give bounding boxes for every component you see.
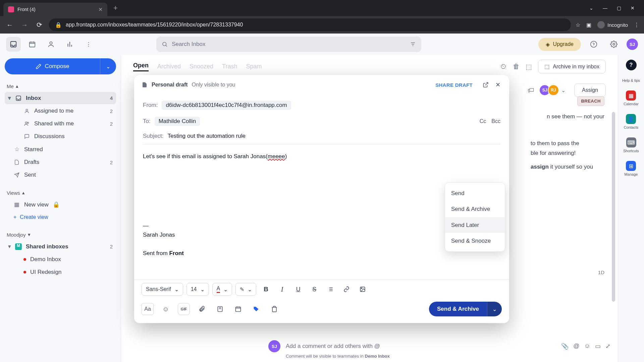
scrollbar-thumb[interactable] bbox=[612, 112, 615, 302]
from-value[interactable]: d6idw-dc6b813001f4ec10c7f4@in.frontapp.c… bbox=[162, 101, 291, 110]
bold-button[interactable]: B bbox=[260, 283, 272, 296]
send-dropdown-button[interactable]: ⌄ bbox=[487, 302, 502, 316]
browser-menu-icon[interactable]: ⋮ bbox=[634, 22, 639, 28]
bookmark-icon[interactable]: ☆ bbox=[576, 22, 580, 28]
user-avatar[interactable]: SJ bbox=[627, 39, 638, 50]
sidebar-item-discussions[interactable]: Discussions bbox=[5, 130, 116, 142]
more-nav-icon[interactable]: ⋮ bbox=[81, 37, 96, 52]
highlight-button[interactable]: ✎⌄ bbox=[235, 283, 256, 296]
breach-tag[interactable]: BREACH bbox=[577, 96, 604, 106]
contacts-nav-icon[interactable] bbox=[44, 37, 58, 52]
gif-icon[interactable]: ▭ bbox=[595, 343, 601, 350]
tab-trash[interactable]: Trash bbox=[222, 63, 237, 70]
close-window-icon[interactable]: ✕ bbox=[631, 5, 635, 11]
reload-button[interactable]: ⟳ bbox=[34, 21, 44, 29]
underline-button[interactable]: U bbox=[292, 283, 305, 296]
sidebar-item-drafts[interactable]: Drafts 2 bbox=[5, 156, 116, 168]
search-filter-icon[interactable] bbox=[410, 41, 416, 47]
send-archive-button[interactable]: Send & Archive bbox=[429, 302, 487, 316]
tag-button[interactable] bbox=[250, 303, 262, 315]
text-format-toggle[interactable]: Aa bbox=[142, 303, 154, 315]
font-select[interactable]: Sans-Serif⌄ bbox=[142, 283, 183, 296]
browser-tab[interactable]: Front (4) ✕ bbox=[3, 3, 107, 16]
sidebar-item-assigned[interactable]: Assigned to me 2 bbox=[5, 105, 116, 117]
expand-icon[interactable]: ⤢ bbox=[605, 343, 610, 350]
search-input[interactable]: Search Inbox bbox=[156, 37, 421, 52]
help-tips-button[interactable]: ? bbox=[626, 60, 637, 70]
upgrade-button[interactable]: ◈ Upgrade bbox=[538, 38, 581, 51]
rail-manage[interactable]: ⊞Manage bbox=[625, 161, 638, 176]
archive-action-icon[interactable]: ⬚ bbox=[526, 63, 532, 71]
template-button[interactable] bbox=[214, 303, 226, 315]
link-button[interactable] bbox=[340, 283, 353, 296]
analytics-nav-icon[interactable] bbox=[62, 37, 77, 52]
url-field[interactable]: 🔒 app.frontapp.com/inboxes/teammates/156… bbox=[49, 18, 571, 31]
rail-calendar[interactable]: ▦Calendar bbox=[624, 90, 639, 106]
strikethrough-button[interactable]: S bbox=[308, 283, 321, 296]
emoji-button[interactable]: ☺ bbox=[160, 303, 172, 315]
attach-icon[interactable]: 📎 bbox=[561, 343, 569, 350]
compose-body[interactable]: Let's see if this email is assigned to S… bbox=[134, 144, 509, 279]
tab-spam[interactable]: Spam bbox=[246, 63, 262, 70]
sidebar-item-ui-redesign[interactable]: UI Redesign bbox=[5, 266, 116, 278]
rail-shortcuts[interactable]: ⌨Shortcuts bbox=[623, 137, 639, 153]
subject-input[interactable]: Testing out the automation rule bbox=[167, 133, 245, 139]
maximize-icon[interactable]: ▢ bbox=[617, 5, 621, 11]
font-size-select[interactable]: 14⌄ bbox=[186, 283, 209, 296]
create-view-link[interactable]: + Create view bbox=[5, 212, 116, 223]
inbox-nav-icon[interactable] bbox=[6, 37, 21, 52]
bcc-button[interactable]: Bcc bbox=[491, 118, 500, 124]
incognito-badge[interactable]: Incognito bbox=[597, 21, 628, 28]
tab-close-icon[interactable]: ✕ bbox=[98, 6, 103, 13]
section-moodjoy[interactable]: Moodjoy ▾ bbox=[5, 230, 116, 240]
send-option-send[interactable]: Send bbox=[445, 185, 505, 201]
calendar-insert-button[interactable] bbox=[232, 303, 244, 315]
rail-contacts[interactable]: 👤Contacts bbox=[624, 114, 638, 129]
popout-icon[interactable] bbox=[481, 80, 490, 89]
send-option-send-later[interactable]: Send Later bbox=[445, 217, 505, 233]
sidebar-item-shared[interactable]: Shared with me 2 bbox=[5, 118, 116, 130]
sidebar-item-starred[interactable]: ☆ Starred bbox=[5, 143, 116, 156]
attach-button[interactable] bbox=[196, 303, 208, 315]
close-icon[interactable]: ✕ bbox=[494, 80, 502, 90]
settings-icon[interactable] bbox=[606, 37, 621, 52]
sidebar-item-shared-inboxes[interactable]: ▾ M Shared inboxes 2 bbox=[5, 240, 116, 253]
delete-draft-button[interactable] bbox=[268, 303, 280, 315]
tab-search-icon[interactable]: ⌄ bbox=[589, 5, 593, 11]
mention-icon[interactable]: @ bbox=[573, 343, 579, 350]
back-button[interactable]: ← bbox=[5, 21, 15, 29]
gif-button[interactable]: GIF bbox=[178, 303, 190, 315]
section-me[interactable]: Me ▴ bbox=[5, 81, 116, 91]
new-tab-button[interactable]: + bbox=[113, 4, 118, 12]
to-chip[interactable]: Mathilde Collin bbox=[155, 117, 200, 126]
cc-button[interactable]: Cc bbox=[480, 118, 486, 124]
tab-archived[interactable]: Archived bbox=[157, 63, 181, 70]
compose-dropdown[interactable]: ⌄ bbox=[100, 58, 116, 74]
send-option-send-snooze[interactable]: Send & Snooze bbox=[445, 233, 505, 249]
help-icon[interactable] bbox=[586, 37, 601, 52]
comment-input[interactable]: Add a comment or add others with @ bbox=[286, 343, 556, 350]
sidebar-item-new-view[interactable]: ▦ New view 🔒 bbox=[5, 198, 116, 211]
snooze-action-icon[interactable]: ⏲ bbox=[500, 63, 507, 70]
italic-button[interactable]: I bbox=[276, 283, 288, 296]
extensions-icon[interactable]: ▣ bbox=[586, 22, 591, 28]
assign-button[interactable]: Assign bbox=[574, 83, 606, 97]
sidebar-item-demo-inbox[interactable]: Demo Inbox bbox=[5, 253, 116, 265]
sidebar-item-inbox[interactable]: ▾ Inbox 4 bbox=[5, 92, 116, 104]
assignee-cluster[interactable]: SJ RJ ⌄ bbox=[539, 84, 566, 96]
share-draft-button[interactable]: SHARE DRAFT bbox=[435, 82, 473, 88]
archive-button[interactable]: ⬚ Archive in my inbox bbox=[538, 60, 606, 73]
image-button[interactable] bbox=[356, 283, 369, 296]
emoji-icon[interactable]: ☺ bbox=[584, 343, 590, 350]
tab-open[interactable]: Open bbox=[133, 62, 149, 71]
section-views[interactable]: Views ▴ bbox=[5, 188, 116, 198]
sidebar-item-sent[interactable]: Sent bbox=[5, 169, 116, 181]
tag-action-icon[interactable]: 🏷 bbox=[528, 86, 534, 94]
site-info-icon[interactable]: 🔒 bbox=[55, 22, 62, 28]
tab-snoozed[interactable]: Snoozed bbox=[190, 63, 213, 70]
text-color-button[interactable]: A⌄ bbox=[212, 283, 232, 296]
list-button[interactable] bbox=[324, 283, 337, 296]
send-option-send-archive[interactable]: Send & Archive bbox=[445, 201, 505, 217]
calendar-nav-icon[interactable] bbox=[25, 37, 40, 52]
minimize-icon[interactable]: — bbox=[603, 5, 607, 11]
